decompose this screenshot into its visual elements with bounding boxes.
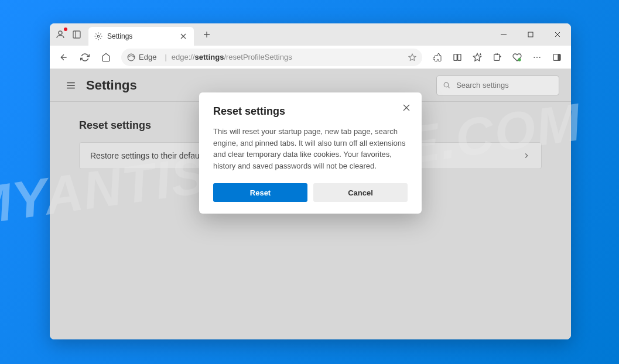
svg-rect-15 <box>458 54 461 60</box>
addressbar-prefix: Edge <box>139 53 156 61</box>
svg-rect-29 <box>558 54 560 60</box>
dialog-actions: Reset Cancel <box>213 183 408 202</box>
reset-button[interactable]: Reset <box>213 183 307 202</box>
favorite-star-icon[interactable] <box>408 53 416 61</box>
svg-point-24 <box>518 58 521 61</box>
svg-rect-19 <box>494 54 500 60</box>
settings-page: Settings Reset settings Restore settings… <box>50 69 571 339</box>
svg-marker-13 <box>409 54 416 60</box>
svg-rect-9 <box>528 32 533 37</box>
back-button[interactable] <box>54 48 73 67</box>
dialog-title: Reset settings <box>213 105 408 118</box>
tab-title: Settings <box>107 32 132 40</box>
home-button[interactable] <box>97 48 115 67</box>
extensions-button[interactable] <box>428 48 447 67</box>
edge-icon <box>127 53 135 61</box>
svg-rect-14 <box>454 54 457 60</box>
svg-point-27 <box>539 57 541 58</box>
browser-essentials-button[interactable] <box>508 48 526 67</box>
toolbar-actions <box>428 48 566 67</box>
svg-point-26 <box>536 57 538 58</box>
svg-rect-1 <box>73 31 80 38</box>
refresh-button[interactable] <box>76 48 94 67</box>
vertical-tabs-icon[interactable] <box>71 29 83 40</box>
collections-button[interactable] <box>488 48 507 67</box>
profile-icon[interactable] <box>54 29 66 40</box>
sidebar-button[interactable] <box>548 48 566 67</box>
reset-settings-dialog: Reset settings This will reset your star… <box>199 92 422 214</box>
svg-point-0 <box>59 31 62 35</box>
more-button[interactable] <box>528 48 546 67</box>
minimize-button[interactable] <box>490 23 517 46</box>
titlebar: Settings <box>50 23 571 46</box>
addressbar-url: edge://settings/resetProfileSettings <box>172 53 292 61</box>
browser-window: Settings <box>50 23 571 339</box>
dialog-body: This will reset your startup page, new t… <box>213 126 408 171</box>
maximize-button[interactable] <box>517 23 544 46</box>
favorites-button[interactable] <box>468 48 487 67</box>
svg-point-25 <box>533 57 535 58</box>
addressbar-separator: | <box>165 53 166 61</box>
close-window-button[interactable] <box>544 23 571 46</box>
cancel-button[interactable]: Cancel <box>313 183 408 202</box>
split-screen-button[interactable] <box>448 48 467 67</box>
browser-tab[interactable]: Settings <box>88 27 194 46</box>
modal-overlay: Reset settings This will reset your star… <box>50 69 571 339</box>
gear-icon <box>94 32 102 40</box>
address-bar[interactable]: Edge | edge://settings/resetProfileSetti… <box>121 49 422 66</box>
new-tab-button[interactable] <box>199 26 215 43</box>
svg-point-3 <box>97 35 100 37</box>
site-identity[interactable]: Edge <box>127 53 156 61</box>
notification-dot-icon <box>64 28 67 31</box>
dialog-close-button[interactable] <box>399 101 413 115</box>
toolbar: Edge | edge://settings/resetProfileSetti… <box>50 46 571 69</box>
window-controls <box>490 23 571 46</box>
close-tab-icon[interactable] <box>179 32 188 41</box>
